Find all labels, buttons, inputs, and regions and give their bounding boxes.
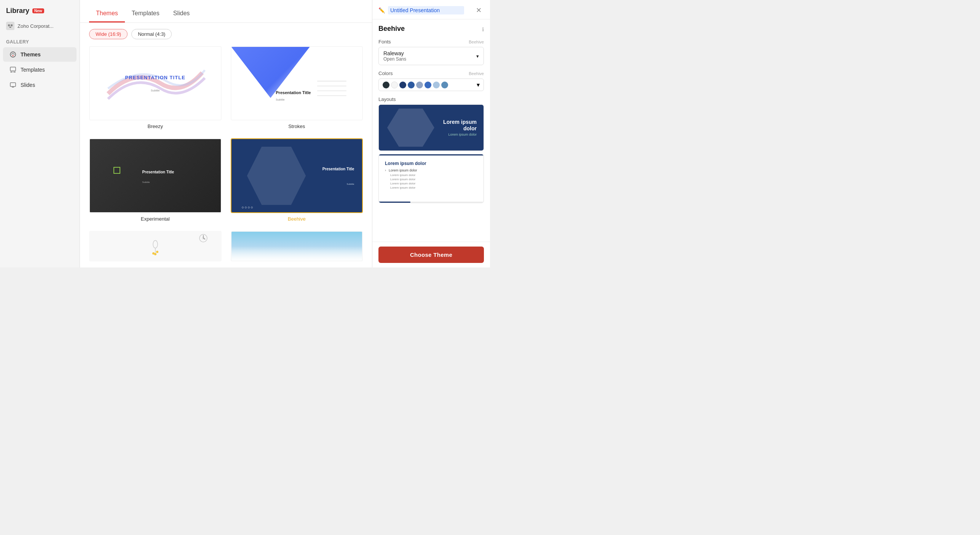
choose-theme-button[interactable]: Choose Theme	[378, 247, 484, 263]
strokes-title-text: Presentation Title	[276, 90, 311, 95]
font-sub: Open Sans	[383, 56, 406, 62]
theme-preview-strokes: Presentation Title Subtitle	[231, 46, 363, 120]
colors-row[interactable]: ▾	[378, 78, 484, 91]
filter-normal[interactable]: Normal (4:3)	[131, 29, 172, 39]
color-dot-6	[425, 82, 431, 88]
sidebar-templates-label: Templates	[21, 67, 45, 73]
strokes-label: Strokes	[288, 123, 305, 129]
theme-card-minimal[interactable]	[89, 231, 222, 261]
theme-preview-minimal	[89, 231, 222, 261]
tab-themes[interactable]: Themes	[89, 7, 125, 22]
sidebar: Library New Zoho Corporat... Gallery The…	[0, 0, 80, 268]
fonts-label: Fonts Beehive	[378, 39, 484, 45]
slides-icon	[9, 81, 17, 89]
filter-wide[interactable]: Wide (16:9)	[89, 29, 128, 39]
breezy-subtitle-text: Subtitle	[151, 89, 160, 92]
layout2-sub-1: Lorem ipsum dolor	[390, 173, 477, 177]
svg-rect-12	[12, 87, 14, 88]
info-icon[interactable]: ℹ	[482, 26, 484, 32]
svg-rect-0	[8, 24, 10, 26]
layout-card-1[interactable]: Lorem ipsumdolor Lorem ipsum dolor	[378, 104, 484, 151]
main-content: Themes Templates Slides Wide (16:9) Norm…	[80, 0, 372, 268]
filter-row: Wide (16:9) Normal (4:3)	[80, 23, 372, 43]
sidebar-themes-label: Themes	[21, 51, 41, 58]
layout-icon	[9, 66, 17, 74]
library-header: Library New	[0, 0, 80, 19]
beehive-title-text: Presentation Title	[322, 167, 354, 171]
sidebar-item-themes[interactable]: Themes	[3, 47, 77, 62]
panel-footer: Choose Theme	[372, 242, 490, 268]
tab-slides[interactable]: Slides	[166, 7, 197, 22]
panel-body: Beehive ℹ Fonts Beehive Raleway Open San…	[372, 19, 490, 242]
color-dot-5	[416, 82, 423, 88]
colors-chevron-icon: ▾	[477, 81, 480, 88]
panel-theme-title: Beehive	[378, 25, 405, 33]
layouts-label: Layouts	[378, 96, 484, 102]
presentation-name-input[interactable]	[388, 6, 464, 14]
colors-label: Colors Beehive	[378, 70, 484, 76]
layout2-title: Lorem ipsum dolor	[385, 161, 477, 166]
svg-point-7	[13, 55, 14, 56]
fonts-select[interactable]: Raleway Open Sans ▾	[378, 47, 484, 65]
right-panel: ✏️ ✕ Beehive ℹ Fonts Beehive Raleway Ope…	[372, 0, 490, 268]
layouts-section: Layouts Lorem ipsumdolor Lorem ipsum dol…	[378, 96, 484, 203]
layout1-title: Lorem ipsumdolor	[443, 119, 477, 132]
library-title: Library	[6, 7, 29, 15]
theme-card-sky[interactable]	[231, 231, 363, 261]
color-dot-3	[399, 82, 406, 88]
theme-card-experimental[interactable]: Presentation Title Subtitle Experimental	[89, 138, 222, 221]
color-dot-4	[408, 82, 415, 88]
strokes-subtitle-text: Subtitle	[276, 98, 284, 101]
color-dot-2	[391, 82, 398, 88]
palette-icon	[9, 51, 17, 58]
beehive-label: Beehive	[288, 216, 306, 222]
org-item[interactable]: Zoho Corporat...	[0, 19, 80, 35]
theme-preview-breezy: PRESENTATION TITLE Subtitle	[89, 46, 222, 120]
exp-title-text: Presentation Title	[142, 170, 174, 174]
theme-card-strokes[interactable]: Presentation Title Subtitle Strokes	[231, 46, 363, 129]
svg-point-4	[11, 54, 12, 54]
breezy-title-text: PRESENTATION TITLE	[125, 75, 185, 80]
color-dot-1	[383, 82, 389, 88]
experimental-label: Experimental	[141, 216, 170, 222]
svg-rect-9	[10, 72, 13, 72]
new-badge: New	[32, 8, 44, 13]
sidebar-item-slides[interactable]: Slides	[3, 78, 77, 92]
svg-rect-2	[10, 27, 11, 28]
layout2-bullet-1: Lorem ipsum dolor	[385, 168, 477, 172]
theme-preview-beehive: Presentation Title Subtitle	[231, 138, 363, 213]
edit-icon: ✏️	[378, 7, 385, 13]
tab-templates[interactable]: Templates	[125, 7, 166, 22]
theme-card-breezy[interactable]: PRESENTATION TITLE Subtitle Breezy	[89, 46, 222, 129]
org-name: Zoho Corporat...	[18, 23, 54, 29]
exp-subtitle-text: Subtitle	[142, 181, 150, 183]
close-button[interactable]: ✕	[474, 5, 484, 15]
layout1-subtitle: Lorem ipsum dolor	[443, 133, 477, 136]
layout-card-2[interactable]: Lorem ipsum dolor Lorem ipsum dolor Lore…	[378, 154, 484, 203]
org-icon	[6, 22, 14, 30]
main-header: Themes Templates Slides	[80, 0, 372, 23]
sidebar-slides-label: Slides	[21, 82, 35, 88]
fonts-chevron-icon: ▾	[476, 53, 479, 59]
gallery-label: Gallery	[0, 35, 80, 47]
color-dot-7	[433, 82, 440, 88]
main-tabs: Themes Templates Slides	[89, 7, 363, 22]
sidebar-item-templates[interactable]: Templates	[3, 62, 77, 77]
fonts-display: Raleway Open Sans	[383, 50, 406, 62]
theme-preview-experimental: Presentation Title Subtitle	[89, 138, 222, 213]
layout2-sub-3: Lorem ipsum dolor	[390, 182, 477, 185]
breezy-label: Breezy	[148, 123, 163, 129]
svg-point-6	[14, 54, 14, 54]
svg-point-17	[153, 240, 158, 248]
theme-grid: PRESENTATION TITLE Subtitle Breezy Prese…	[80, 43, 372, 268]
panel-header: ✏️ ✕	[372, 0, 490, 19]
font-main: Raleway	[383, 50, 406, 56]
svg-point-21	[154, 253, 156, 255]
svg-rect-1	[11, 24, 13, 26]
beehive-subtitle-text: Subtitle	[346, 183, 354, 185]
svg-rect-8	[10, 67, 16, 71]
theme-card-beehive[interactable]: Presentation Title Subtitle Beehive	[231, 138, 363, 221]
svg-point-5	[13, 53, 13, 54]
svg-rect-11	[10, 83, 16, 86]
theme-preview-sky	[231, 231, 363, 261]
